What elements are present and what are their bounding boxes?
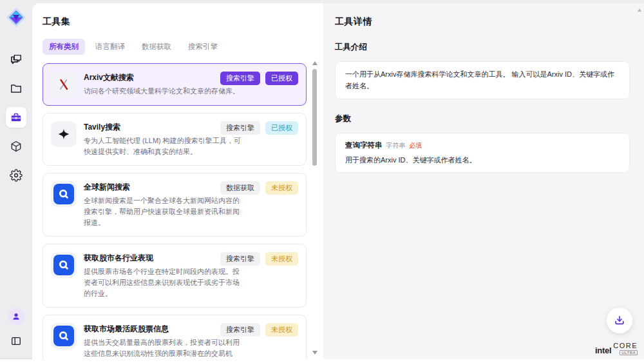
toolbox-icon[interactable]: [6, 107, 26, 128]
panel-toggle-icon[interactable]: [8, 333, 24, 349]
parameter-required-label: 必填: [410, 141, 422, 150]
scrollbar-thumb[interactable]: [312, 69, 317, 166]
tools-panel: 工具集 所有类别 语言翻译 数据获取 搜索引擎 A: [32, 3, 323, 359]
scroll-up-icon[interactable]: [312, 61, 317, 65]
category-badge: 搜索引擎: [220, 252, 260, 266]
auth-status-badge: 未授权: [265, 323, 298, 337]
intro-text: 一个用于从Arxiv存储库搜索科学论文和文章的工具。 输入可以是Arxiv ID…: [345, 69, 620, 92]
folder-icon[interactable]: [6, 78, 26, 99]
news-app-icon: [53, 184, 74, 204]
arxiv-icon: [51, 72, 77, 97]
parameter-type: 字符串: [386, 141, 406, 150]
auth-status-badge: 已授权: [265, 121, 298, 135]
auth-status-badge: 已授权: [265, 72, 298, 85]
content-shell: 工具集 所有类别 语言翻译 数据获取 搜索引擎 A: [32, 3, 644, 359]
intel-core-logo: intel CORE ULTRA: [595, 342, 638, 355]
tool-list-scrollbar[interactable]: [312, 61, 318, 355]
tool-card-most-active-stocks[interactable]: 获取市场最活跃股票信息 提供当天交易量最高的股票列表，投资者可以利用这些信息来识…: [43, 315, 307, 359]
ultra-badge: ULTRA: [620, 350, 638, 355]
category-badge: 搜索引擎: [220, 323, 260, 337]
tab-all-categories[interactable]: 所有类别: [43, 39, 85, 55]
tab-search-engine[interactable]: 搜索引擎: [182, 39, 224, 55]
params-heading: 参数: [335, 113, 630, 124]
tool-list: Arxiv文献搜索 访问各个研究领域大量科学论文和文章的存储库。 搜索引擎 已授…: [43, 63, 323, 359]
tab-language-translation[interactable]: 语言翻译: [89, 39, 131, 55]
auth-status-badge: 未授权: [265, 252, 298, 266]
tavily-star-icon: [51, 121, 77, 147]
tool-description: 专为人工智能代理 (LLM) 构建的搜索引擎工具，可快速提供实时、准确和真实的结…: [84, 135, 246, 157]
panel-scroll-up-icon[interactable]: [638, 8, 641, 12]
tool-details-panel: 工具详情 工具介绍 一个用于从Arxiv存储库搜索科学论文和文章的工具。 输入可…: [323, 3, 644, 359]
app-window: 工具集 所有类别 语言翻译 数据获取 搜索引擎 A: [0, 0, 644, 359]
intro-heading: 工具介绍: [335, 42, 630, 53]
settings-icon[interactable]: [6, 165, 26, 186]
download-button[interactable]: [607, 308, 632, 333]
tool-card-global-news[interactable]: 全球新闻搜索 全球新闻搜索是一个聚合全球各大新闻网站内容的搜索引擎，帮助用户快速…: [43, 173, 307, 237]
parameter-name: 查询字符串: [345, 141, 383, 150]
tool-card-arxiv[interactable]: Arxiv文献搜索 访问各个研究领域大量科学论文和文章的存储库。 搜索引擎 已授…: [43, 63, 307, 106]
news-app-icon: [53, 326, 74, 346]
nav-sidebar: [0, 0, 32, 358]
tool-description: 全球新闻搜索是一个聚合全球各大新闻网站内容的搜索引擎，帮助用户快速获取全球最新资…: [84, 195, 246, 228]
chat-icon[interactable]: [6, 49, 26, 70]
user-avatar-icon[interactable]: [8, 308, 24, 325]
tool-card-sector-performance[interactable]: 获取股市各行业表现 提供股票市场各个行业在特定时间段内的表现。投资者可以利用这些…: [43, 244, 307, 308]
news-app-icon: [53, 255, 74, 275]
app-logo-icon: [6, 8, 26, 27]
auth-status-badge: 未授权: [265, 181, 298, 195]
sidebar-nav: [6, 49, 26, 186]
category-tabs: 所有类别 语言翻译 数据获取 搜索引擎: [43, 39, 323, 55]
category-badge: 数据获取: [220, 181, 260, 195]
sidebar-bottom: [8, 308, 24, 349]
parameter-card: 查询字符串 字符串 必填 用于搜索的Arxiv ID、关键字或作者姓名。: [335, 133, 630, 173]
core-wordmark: CORE: [613, 342, 638, 349]
tool-card-tavily[interactable]: Tavily搜索 专为人工智能代理 (LLM) 构建的搜索引擎工具，可快速提供实…: [43, 113, 307, 166]
intel-wordmark: intel: [595, 346, 611, 355]
category-badge: 搜索引擎: [220, 121, 260, 135]
intro-card: 一个用于从Arxiv存储库搜索科学论文和文章的工具。 输入可以是Arxiv ID…: [335, 61, 630, 99]
tab-data-acquisition[interactable]: 数据获取: [135, 39, 178, 55]
tools-panel-title: 工具集: [43, 16, 323, 28]
tool-description: 访问各个研究领域大量科学论文和文章的存储库。: [84, 86, 246, 97]
cube-icon[interactable]: [6, 136, 26, 157]
download-icon: [614, 315, 625, 326]
category-badge: 搜索引擎: [220, 72, 260, 85]
tool-description: 提供当天交易量最高的股票列表，投资者可以利用这些信息来识别流动性强的股票和潜在的…: [84, 337, 246, 359]
tool-description: 提供股票市场各个行业在特定时间段内的表现。投资者可以利用这些信息来识别表现优于或…: [84, 266, 246, 299]
scroll-down-icon[interactable]: [312, 351, 317, 355]
details-title: 工具详情: [335, 16, 630, 28]
parameter-description: 用于搜索的Arxiv ID、关键字或作者姓名。: [345, 155, 620, 165]
